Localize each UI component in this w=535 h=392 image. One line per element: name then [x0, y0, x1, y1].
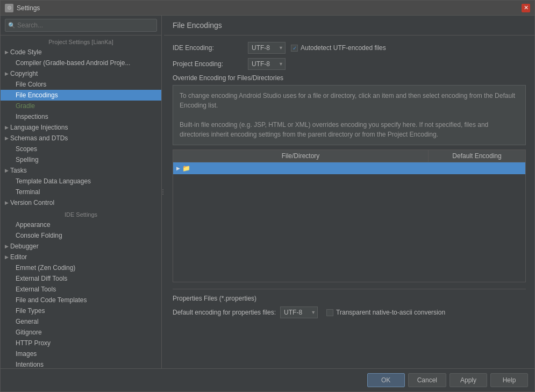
sidebar-item-compiler[interactable]: Compiler (Gradle-based Android Proje... [1, 58, 161, 68]
arrow-icon: ▶ [4, 244, 9, 249]
sidebar-item-external-tools[interactable]: External Tools [1, 284, 161, 295]
sidebar-item-label: HTTP Proxy [16, 339, 51, 347]
project-encoding-dropdown-wrapper: UTF-8 ▼ [248, 58, 286, 70]
search-input[interactable] [5, 19, 157, 32]
project-encoding-label: Project Encoding: [173, 60, 248, 68]
titlebar: ⚙ Settings ✕ [1, 1, 534, 16]
panel-title: File Encodings [164, 16, 534, 35]
arrow-icon: ▶ [4, 254, 9, 260]
transparent-checkbox[interactable] [326, 309, 333, 316]
ide-encoding-dropdown-wrapper: UTF-8 ▼ [248, 42, 286, 54]
project-encoding-row: Project Encoding: UTF-8 ▼ [173, 58, 526, 70]
sidebar-item-copyright[interactable]: ▶ Copyright [1, 68, 161, 79]
sidebar-item-schemas-dtds[interactable]: ▶ Schemas and DTDs [1, 133, 161, 144]
sidebar-item-label: Spelling [16, 156, 39, 163]
table-col-file-dir: File/Directory [173, 150, 429, 162]
sidebar-item-file-colors[interactable]: File Colors [1, 79, 161, 90]
resize-dots [162, 189, 163, 195]
sidebar-item-label: Inspections [16, 113, 48, 120]
sidebar-item-label: Compiler (Gradle-based Android Proje... [16, 59, 130, 67]
props-encoding-dropdown[interactable]: UTF-8 [280, 307, 318, 318]
sidebar-item-file-encodings[interactable]: File Encodings [1, 90, 161, 101]
help-button[interactable]: Help [490, 373, 528, 387]
sidebar-item-label: Scopes [16, 145, 37, 153]
sidebar-item-code-style[interactable]: ▶ Code Style [1, 47, 161, 58]
table-row[interactable]: ▶ 📁 [173, 162, 525, 174]
ide-encoding-label: IDE Encoding: [173, 44, 248, 52]
app-icon: ⚙ [5, 4, 13, 12]
arrow-icon: ▶ [4, 49, 9, 55]
sidebar-item-label: Images [16, 350, 37, 358]
sidebar-item-label: General [16, 318, 39, 325]
sidebar-item-debugger[interactable]: ▶ Debugger [1, 241, 161, 252]
sidebar-item-label: Schemas and DTDs [10, 134, 68, 142]
override-section: Override Encoding for Files/Directories … [173, 74, 526, 282]
sidebar-item-spelling[interactable]: Spelling [1, 154, 161, 165]
sidebar-item-label: External Tools [16, 286, 56, 293]
close-button[interactable]: ✕ [522, 4, 530, 12]
sidebar-item-label: Emmet (Zen Coding) [16, 264, 75, 272]
sidebar-item-gradle[interactable]: Gradle [1, 101, 161, 111]
sidebar-item-label: Version Control [10, 199, 54, 206]
props-encoding-row: Default encoding for properties files: U… [173, 307, 526, 318]
arrow-icon: ▶ [4, 136, 9, 141]
properties-title: Properties Files (*.properties) [173, 295, 526, 302]
autodetect-checkbox[interactable] [291, 45, 298, 52]
sidebar-item-intentions[interactable]: Intentions [1, 359, 161, 368]
sidebar-item-label: Console Folding [16, 232, 62, 239]
props-encoding-dropdown-wrapper: UTF-8 ▼ [280, 307, 318, 318]
folder-icon: 📁 [182, 165, 190, 172]
sidebar-item-images[interactable]: Images [1, 348, 161, 359]
sidebar-item-label: Gitignore [16, 329, 42, 336]
sidebar-item-scopes[interactable]: Scopes [1, 144, 161, 154]
sidebar-item-http-proxy[interactable]: HTTP Proxy [1, 338, 161, 348]
ide-encoding-dropdown[interactable]: UTF-8 [248, 42, 286, 54]
sidebar-item-label: File and Code Templates [16, 296, 87, 304]
table-empty-area [173, 174, 525, 282]
right-panel: File Encodings IDE Encoding: UTF-8 ▼ Aut… [164, 16, 534, 368]
tree-container: Project Settings [LianKa] ▶ Code Style C… [1, 35, 161, 368]
sidebar-item-inspections[interactable]: Inspections [1, 111, 161, 122]
bottom-bar: OK Cancel Apply Help [1, 368, 534, 391]
sidebar-item-gitignore[interactable]: Gitignore [1, 327, 161, 338]
ok-button[interactable]: OK [367, 373, 405, 387]
sidebar-item-template-data-langs[interactable]: Template Data Languages [1, 176, 161, 187]
sidebar-item-file-types[interactable]: File Types [1, 305, 161, 316]
sidebar-item-terminal[interactable]: Terminal [1, 187, 161, 197]
arrow-icon: ▶ [4, 200, 9, 205]
ide-encoding-row: IDE Encoding: UTF-8 ▼ Autodetect UTF-enc… [173, 42, 526, 54]
properties-section: Properties Files (*.properties) Default … [173, 289, 526, 318]
sidebar-item-console-folding[interactable]: Console Folding [1, 230, 161, 241]
sidebar-item-version-control[interactable]: ▶ Version Control [1, 197, 161, 208]
override-desc: To change encoding Android Studio uses f… [173, 85, 526, 145]
window-title: Settings [17, 4, 522, 12]
sidebar-item-label: Template Data Languages [16, 177, 91, 185]
override-desc-text1: To change encoding Android Studio uses f… [180, 91, 519, 110]
sidebar-item-label: Gradle [16, 102, 35, 110]
cancel-button[interactable]: Cancel [408, 373, 446, 387]
autodetect-row: Autodetect UTF-encoded files [291, 44, 386, 52]
project-encoding-dropdown[interactable]: UTF-8 [248, 58, 286, 70]
sidebar-item-label: Appearance [16, 221, 51, 229]
sidebar-item-label: Editor [10, 253, 27, 261]
expand-arrow-icon: ▶ [176, 166, 180, 171]
sidebar-item-general[interactable]: General [1, 316, 161, 327]
sidebar-item-appearance[interactable]: Appearance [1, 219, 161, 230]
arrow-icon: ▶ [4, 168, 9, 173]
sidebar-item-tasks[interactable]: ▶ Tasks [1, 165, 161, 176]
sidebar-item-label: Debugger [10, 243, 39, 250]
props-encoding-label: Default encoding for properties files: [173, 309, 276, 316]
sidebar-item-language-injections[interactable]: ▶ Language Injections [1, 122, 161, 133]
transparent-row: Transparent native-to-ascii conversion [326, 309, 445, 316]
table-header: File/Directory Default Encoding [173, 150, 525, 162]
arrow-icon: ▶ [4, 71, 9, 76]
override-title: Override Encoding for Files/Directories [173, 74, 526, 82]
sidebar-item-emmet[interactable]: Emmet (Zen Coding) [1, 262, 161, 273]
sidebar-item-external-diff-tools[interactable]: External Diff Tools [1, 273, 161, 284]
project-settings-header: Project Settings [LianKa] [1, 35, 161, 47]
apply-button[interactable]: Apply [450, 373, 487, 387]
main-content: 🔍 Project Settings [LianKa] ▶ Code Style… [1, 16, 534, 368]
sidebar-item-label: Language Injections [10, 124, 68, 131]
sidebar-item-file-code-templates[interactable]: File and Code Templates [1, 295, 161, 305]
sidebar-item-editor[interactable]: ▶ Editor [1, 252, 161, 262]
